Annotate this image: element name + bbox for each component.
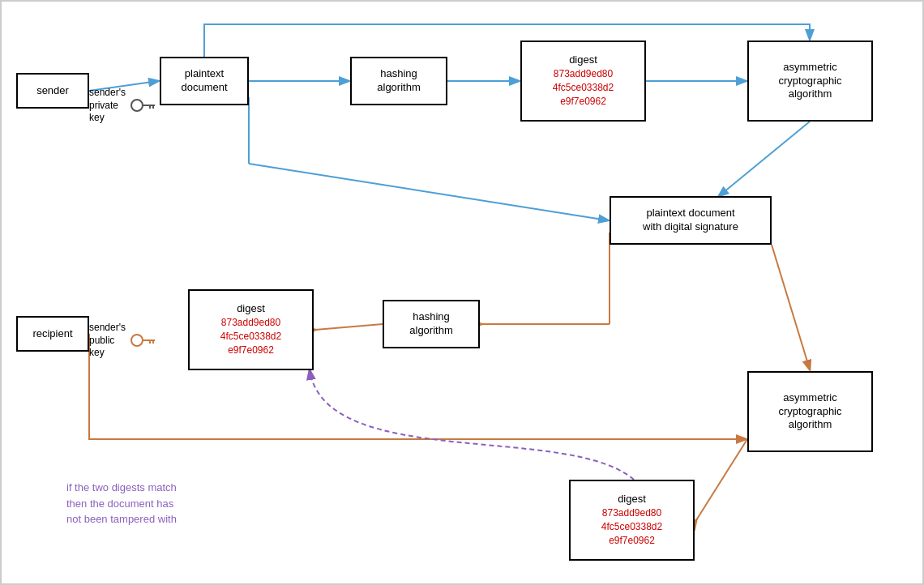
private-key-label: sender'sprivatekey: [89, 87, 126, 125]
asym-crypto-2-label: asymmetriccryptographicalgorithm: [778, 391, 841, 433]
sender-box: sender: [16, 73, 89, 109]
plaintext-with-sig-box: plaintext documentwith digital signature: [610, 196, 772, 245]
svg-line-4: [719, 122, 810, 196]
digest-1-box: digest 873add9ed804fc5ce0338d2e9f7e0962: [520, 41, 646, 122]
digest-1-title: digest: [569, 53, 597, 67]
match-text: if the two digests matchthen the documen…: [66, 480, 229, 527]
svg-line-11: [696, 439, 747, 520]
digest-2-box: digest 873add9ed804fc5ce0338d2e9f7e0962: [188, 289, 314, 370]
hashing-alg-1-box: hashingalgorithm: [350, 57, 447, 105]
asym-crypto-2-box: asymmetriccryptographicalgorithm: [747, 371, 873, 452]
plaintext-doc-label: plaintextdocument: [181, 67, 227, 95]
hashing-alg-2-label: hashingalgorithm: [409, 310, 452, 338]
digest-3-value: 873add9ed804fc5ce0338d2e9f7e0962: [601, 506, 662, 547]
public-key-area: sender'spublickey: [89, 322, 156, 360]
hashing-alg-1-label: hashingalgorithm: [377, 67, 420, 95]
public-key-label: sender'spublickey: [89, 322, 126, 360]
recipient-label: recipient: [32, 327, 72, 341]
svg-point-16: [131, 335, 143, 346]
svg-line-10: [772, 245, 810, 369]
digest-3-box: digest 873add9ed804fc5ce0338d2e9f7e0962: [569, 480, 695, 561]
svg-point-12: [131, 100, 143, 111]
public-key-icon: [130, 332, 156, 348]
sender-label: sender: [36, 84, 69, 98]
asym-crypto-1-label: asymmetriccryptographicalgorithm: [778, 61, 841, 102]
hashing-alg-2-box: hashingalgorithm: [383, 300, 480, 348]
diagram: sender sender'sprivatekey plaintextdocum…: [0, 0, 924, 585]
digest-2-value: 873add9ed804fc5ce0338d2e9f7e0962: [220, 316, 281, 357]
svg-line-6: [249, 164, 608, 220]
asym-crypto-1-box: asymmetriccryptographicalgorithm: [747, 41, 873, 122]
private-key-area: sender'sprivatekey: [89, 87, 156, 125]
svg-line-9: [315, 324, 383, 330]
digest-1-value: 873add9ed804fc5ce0338d2e9f7e0962: [553, 67, 614, 108]
recipient-box: recipient: [16, 316, 89, 352]
plaintext-with-sig-label: plaintext documentwith digital signature: [643, 207, 738, 234]
digest-3-title: digest: [618, 493, 646, 506]
private-key-icon: [130, 97, 156, 113]
digest-2-title: digest: [237, 302, 265, 316]
plaintext-doc-box: plaintextdocument: [160, 57, 249, 105]
